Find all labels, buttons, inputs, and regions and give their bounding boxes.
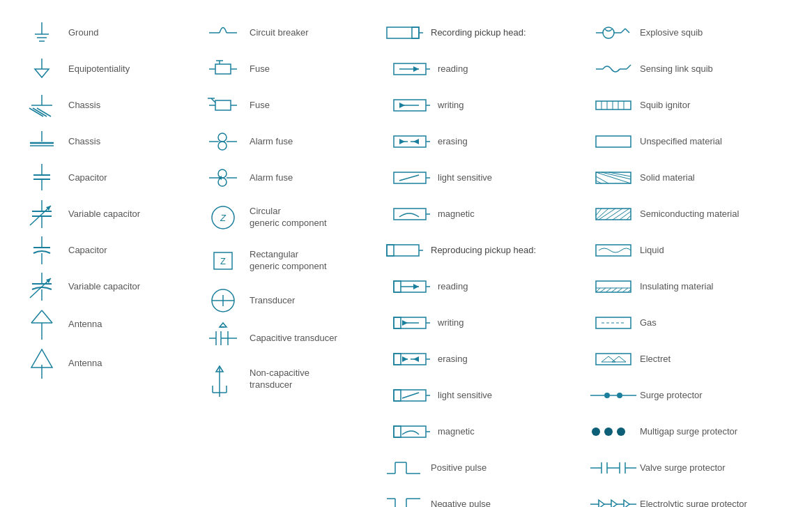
antenna2-symbol bbox=[21, 347, 63, 380]
list-item: reading bbox=[390, 271, 579, 302]
solid-material-symbol bbox=[592, 169, 634, 186]
list-item: Alarm fuse bbox=[202, 162, 369, 193]
svg-rect-85 bbox=[387, 27, 419, 38]
variable-capacitor2-label: Variable capacitor bbox=[68, 281, 140, 293]
svg-rect-186 bbox=[596, 245, 631, 256]
positive-pulse-symbol bbox=[383, 455, 425, 480]
electret-label: Electret bbox=[640, 354, 671, 365]
svg-point-208 bbox=[617, 427, 625, 436]
svg-marker-132 bbox=[394, 426, 401, 437]
capacitor1-label: Capacitor bbox=[68, 172, 107, 184]
rec-reading-symbol bbox=[390, 59, 432, 79]
list-item: Sensing link squib bbox=[592, 54, 788, 84]
equipotentiality-label: Equipotentiality bbox=[68, 63, 130, 75]
ground-label: Ground bbox=[68, 27, 98, 39]
alarm-fuse1-symbol bbox=[202, 126, 244, 157]
semiconducting-material-label: Semiconducting material bbox=[640, 209, 739, 220]
svg-line-192 bbox=[611, 288, 617, 292]
capacitor1-symbol bbox=[21, 162, 63, 193]
fuse2-label: Fuse bbox=[250, 100, 270, 112]
insulating-material-symbol bbox=[592, 278, 634, 295]
column-4: Explosive squib Sensing link squib bbox=[585, 14, 795, 507]
variable-capacitor1-symbol bbox=[21, 199, 63, 229]
surge-protector-symbol bbox=[592, 387, 634, 404]
sensing-link-squib-label: Sensing link squib bbox=[640, 63, 713, 75]
column-3: Recording pickup head: reading bbox=[376, 14, 585, 507]
antenna2-label: Antenna bbox=[68, 358, 102, 370]
ground-symbol bbox=[21, 19, 63, 47]
svg-line-179 bbox=[596, 209, 602, 215]
gas-label: Gas bbox=[640, 317, 657, 329]
list-item: Antenna bbox=[21, 308, 188, 341]
fuse1-label: Fuse bbox=[250, 63, 270, 75]
svg-line-35 bbox=[42, 310, 52, 323]
list-item: Electret bbox=[592, 344, 788, 374]
svg-point-56 bbox=[218, 169, 227, 178]
list-item: erasing bbox=[390, 344, 579, 374]
svg-marker-221 bbox=[624, 500, 629, 507]
svg-marker-128 bbox=[394, 390, 401, 401]
svg-rect-131 bbox=[394, 426, 426, 437]
rec-erasing-symbol bbox=[390, 132, 432, 151]
column-1: Ground Equipotentiality C bbox=[14, 14, 195, 507]
circuit-breaker-symbol bbox=[202, 19, 244, 47]
list-item: Equipotentiality bbox=[21, 54, 188, 84]
rep-writing-symbol bbox=[390, 313, 432, 333]
svg-marker-219 bbox=[611, 500, 617, 507]
valve-surge-protector-label: Valve surge protector bbox=[640, 462, 726, 474]
svg-marker-5 bbox=[35, 69, 49, 77]
svg-rect-41 bbox=[215, 64, 231, 74]
rep-reading-symbol bbox=[390, 277, 432, 296]
svg-marker-118 bbox=[402, 320, 408, 326]
svg-line-129 bbox=[402, 393, 419, 398]
list-item: Insulating material bbox=[592, 271, 788, 302]
list-item: Electrolytic surge protector bbox=[592, 489, 788, 507]
svg-line-10 bbox=[29, 108, 43, 116]
svg-line-34 bbox=[31, 310, 42, 323]
squib-ignitor-symbol bbox=[592, 96, 634, 115]
svg-point-51 bbox=[218, 133, 227, 142]
solid-material-label: Solid material bbox=[640, 172, 695, 184]
svg-marker-123 bbox=[402, 356, 408, 362]
list-item: Capacitor bbox=[21, 235, 188, 266]
unspecified-material-symbol bbox=[592, 133, 634, 150]
list-item: Z Rectangular generic component bbox=[202, 242, 369, 280]
list-item: Capacitor bbox=[21, 162, 188, 193]
list-item: Ground bbox=[21, 17, 188, 48]
semiconducting-material-symbol bbox=[592, 206, 634, 222]
electret-symbol bbox=[592, 351, 634, 368]
svg-marker-125 bbox=[413, 356, 419, 362]
unspecified-material-label: Unspecified material bbox=[640, 136, 722, 148]
svg-point-57 bbox=[218, 178, 227, 186]
svg-point-207 bbox=[604, 427, 613, 436]
main-page: Ground Equipotentiality C bbox=[0, 0, 812, 507]
svg-line-182 bbox=[606, 209, 622, 220]
svg-rect-46 bbox=[215, 100, 231, 110]
liquid-symbol bbox=[592, 242, 634, 259]
list-item: Negative pulse bbox=[383, 489, 579, 507]
negative-pulse-label: Negative pulse bbox=[431, 499, 491, 507]
fuse1-symbol bbox=[202, 55, 244, 83]
list-item: Alarm fuse bbox=[202, 126, 369, 157]
svg-marker-121 bbox=[394, 354, 401, 365]
electrolytic-surge-protector-label: Electrolytic surge protector bbox=[640, 499, 747, 507]
list-item: magnetic bbox=[390, 199, 579, 229]
svg-rect-198 bbox=[596, 354, 631, 365]
svg-marker-94 bbox=[399, 103, 405, 108]
chassis1-label: Chassis bbox=[68, 100, 100, 112]
list-item: writing bbox=[390, 90, 579, 121]
svg-line-190 bbox=[600, 288, 606, 292]
svg-marker-111 bbox=[394, 281, 401, 292]
svg-line-176 bbox=[596, 176, 608, 183]
antenna1-label: Antenna bbox=[68, 319, 102, 331]
svg-line-48 bbox=[211, 98, 215, 103]
rep-reading-label: reading bbox=[438, 281, 468, 293]
rec-head-label: Recording pickup head: bbox=[431, 27, 526, 39]
positive-pulse-label: Positive pulse bbox=[431, 462, 487, 474]
electrolytic-surge-protector-symbol bbox=[592, 494, 634, 507]
circular-generic-label: Circular generic component bbox=[250, 206, 327, 229]
rectangular-generic-symbol: Z bbox=[202, 245, 244, 276]
list-item: Fuse bbox=[202, 90, 369, 121]
svg-line-164 bbox=[627, 65, 631, 69]
rep-head-label: Reproducing pickup head: bbox=[431, 245, 536, 257]
